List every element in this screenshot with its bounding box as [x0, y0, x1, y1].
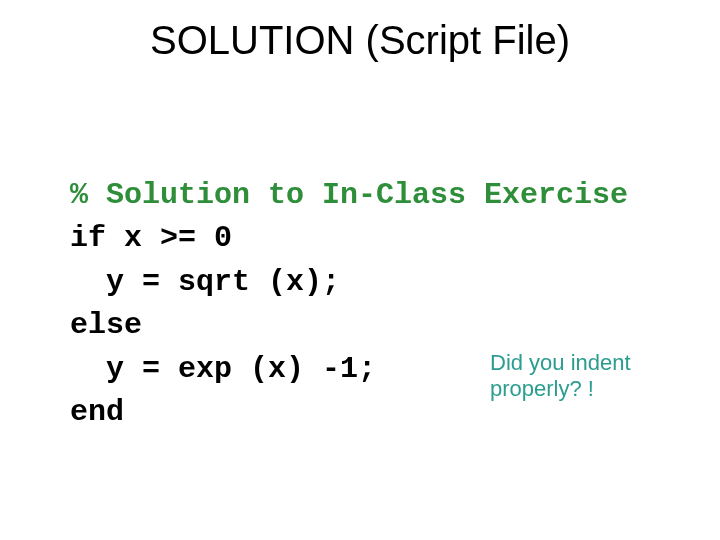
code-line-end: end [70, 395, 124, 429]
slide-title: SOLUTION (Script File) [0, 18, 720, 63]
code-line-exp: y = exp (x) -1; [70, 352, 376, 386]
indent-annotation: Did you indent properly? ! [490, 350, 690, 403]
code-line-if: if x >= 0 [70, 221, 232, 255]
code-comment: % Solution to In-Class Exercise [70, 178, 628, 212]
slide: SOLUTION (Script File) % Solution to In-… [0, 0, 720, 540]
code-line-sqrt: y = sqrt (x); [70, 265, 340, 299]
code-line-else: else [70, 308, 142, 342]
